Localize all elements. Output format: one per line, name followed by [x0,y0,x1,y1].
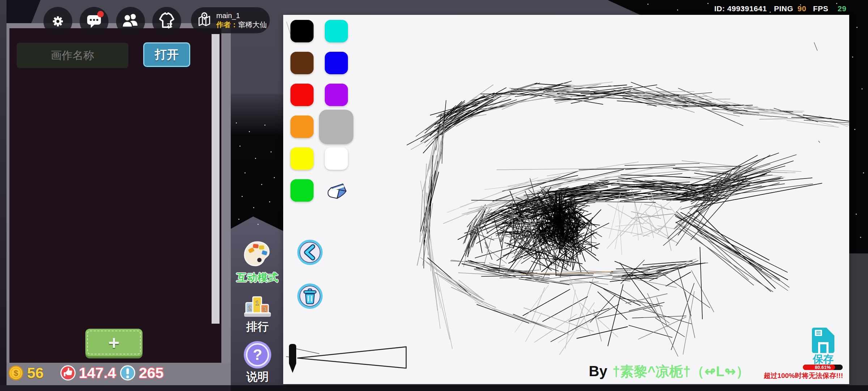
alerts-value: 265 [139,365,163,382]
floppy-disk-icon [812,328,834,353]
plus-icon: + [108,331,120,354]
swatch-purple[interactable] [325,84,348,106]
shirt-swap-icon [152,7,181,36]
panel-scrollbar[interactable] [212,34,220,324]
sketch-drawing [283,15,849,384]
interact-mode-label: 互动模式 [230,271,285,285]
clear-button[interactable] [297,283,323,309]
eraser-icon [328,184,346,198]
swatch-black[interactable] [290,20,314,42]
exclamation-icon [120,365,136,381]
svg-text:1: 1 [255,300,259,307]
drawing-canvas[interactable]: By †素黎^凉栀†（↫L↬） 保存 80.61% 超过100%时将无法保存!!… [283,15,849,384]
hud-fps-value: 29 [838,4,846,13]
hud-ping-value: 90 [797,4,806,13]
players-button[interactable] [116,7,145,36]
signature-artist: †素黎^凉栀†（↫L↬） [612,362,749,381]
author-label: 作者： [216,21,238,29]
scene-left-edge [0,0,7,391]
add-artwork-button[interactable]: + [85,329,142,356]
open-button[interactable]: 打开 [143,42,190,67]
swatch-green[interactable] [290,179,314,202]
settings-button[interactable] [43,7,72,36]
hud-fps-label: FPS [813,4,828,13]
thumbs-up-icon [60,365,76,381]
scene-right-strip [849,253,868,391]
interact-mode-button[interactable] [241,239,272,270]
svg-text:$: $ [14,369,18,378]
swatch-gray[interactable] [319,110,353,144]
save-progress-bar: 80.61% [803,365,843,370]
swatch-blue[interactable] [325,52,348,74]
swatch-yellow[interactable] [290,147,314,170]
coins-value: 56 [27,365,44,382]
notification-badge [97,11,104,17]
author-name: 窜稀大仙 [238,21,267,29]
help-label: 说明 [230,369,285,384]
artwork-list-panel [9,28,221,363]
swatch-red[interactable] [290,84,314,106]
map-info-pill[interactable]: main_1 作者：窜稀大仙 [191,7,270,33]
save-progress-text: 80.61% [803,365,843,370]
svg-text:?: ? [253,346,262,363]
svg-text:2: 2 [248,305,251,312]
map-name: main_1 [216,11,267,20]
brush-size-slider[interactable] [283,341,413,377]
save-warning: 超过100%时将无法保存!!! [759,371,843,381]
chat-button[interactable] [80,7,109,36]
artist-signature: By †素黎^凉栀†（↫L↬） [589,362,750,381]
scene-bottom-left-strip [0,385,231,391]
ranking-button[interactable]: 213 [243,293,272,318]
svg-text:3: 3 [263,306,266,313]
chat-icon [80,7,109,36]
night-sky-middle [231,94,283,235]
hud-ping-label: PING [774,4,793,13]
help-button[interactable]: ? [243,340,272,369]
map-icon [196,12,213,29]
coin-icon: $ [8,365,24,381]
eraser-button[interactable] [325,179,348,202]
hud-player-id: ID: 499391641 [714,4,767,13]
swatch-brown[interactable] [290,52,314,74]
save-button[interactable] [812,328,834,353]
people-icon [116,7,145,36]
swatch-white[interactable] [325,147,348,170]
ranking-label: 排行 [230,319,285,335]
outfit-button[interactable] [152,7,181,36]
gear-icon [48,11,68,31]
swatch-cyan[interactable] [325,20,348,42]
scene-bottom-strip [231,385,868,391]
slider-track [296,345,408,370]
artwork-name-input[interactable] [17,43,128,68]
drawing-game-screen: 打开 + $ 56 147.4 265 [0,0,868,391]
undo-button[interactable] [297,239,323,265]
signature-by: By [589,363,607,379]
swatch-orange[interactable] [290,115,314,138]
likes-value: 147.4 [79,365,116,382]
